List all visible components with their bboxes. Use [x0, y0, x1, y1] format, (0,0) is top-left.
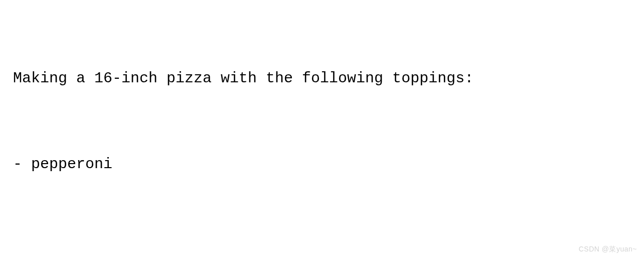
pizza-header: Making a 16-inch pizza with the followin… — [13, 64, 631, 93]
topping-item: - pepperoni — [13, 150, 631, 179]
blank-line — [13, 236, 631, 260]
watermark: CSDN @菜yuan~ — [579, 242, 637, 256]
console-output: Making a 16-inch pizza with the followin… — [13, 7, 631, 260]
